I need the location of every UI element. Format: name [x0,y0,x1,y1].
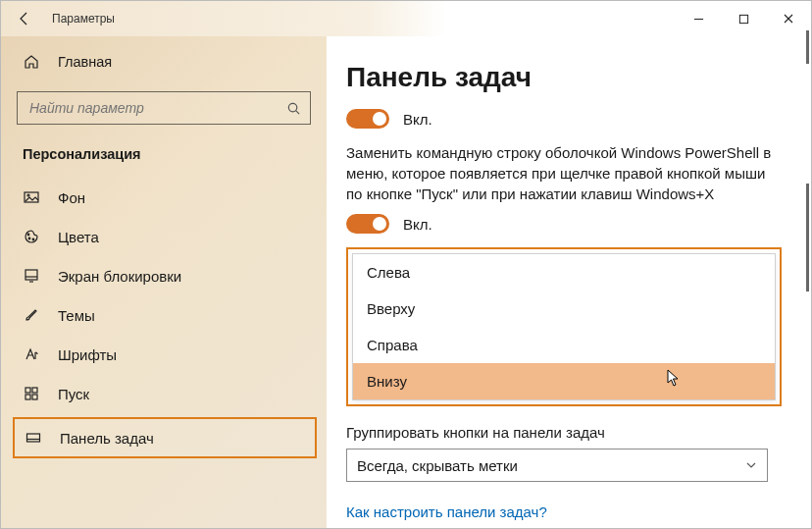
sidebar-item-colors[interactable]: Цвета [1,217,327,256]
home-icon [23,53,40,71]
sidebar-section-title: Персонализация [1,134,327,170]
font-icon [23,345,40,363]
dropdown-option-top[interactable]: Вверху [353,291,775,327]
picture-icon [23,188,40,206]
sidebar-item-start[interactable]: Пуск [1,374,327,413]
search-input-wrapper[interactable] [17,91,311,125]
search-icon [284,101,302,116]
powershell-description: Заменить командную строку оболочкой Wind… [346,142,778,204]
page-title: Панель задач [346,62,782,93]
svg-point-10 [32,238,34,240]
svg-line-5 [295,110,298,113]
toggle-1-label: Вкл. [403,111,432,128]
titlebar: Параметры [1,1,811,36]
sidebar-item-background[interactable]: Фон [1,178,327,217]
svg-rect-15 [32,388,37,393]
taskbar-position-dropdown[interactable]: Слева Вверху Справа Внизу [352,253,776,400]
taskbar-position-dropdown-highlight: Слева Вверху Справа Внизу [346,247,782,406]
group-buttons-label: Группировать кнопки на панели задач [346,424,782,441]
sidebar-home[interactable]: Главная [1,42,327,81]
svg-rect-14 [25,388,30,393]
close-button[interactable] [766,1,811,36]
group-buttons-value: Всегда, скрывать метки [357,457,518,474]
window-title: Параметры [48,12,115,26]
search-input[interactable] [27,99,284,117]
help-link[interactable]: Как настроить панели задач? [346,503,782,520]
lockscreen-icon [23,267,40,285]
brush-icon [23,306,40,324]
sidebar-item-fonts[interactable]: Шрифты [1,335,327,374]
maximize-button[interactable] [721,1,766,36]
toggle-2[interactable] [346,214,389,234]
svg-rect-17 [32,395,37,399]
taskbar-icon [25,429,42,447]
svg-point-7 [27,194,29,196]
dropdown-option-right[interactable]: Справа [353,327,775,363]
sidebar-item-themes[interactable]: Темы [1,295,327,335]
scrollbar-main[interactable] [806,184,809,291]
sidebar: Главная Персонализация Фон [1,36,327,528]
sidebar-item-label: Экран блокировки [58,268,181,285]
sidebar-item-lockscreen[interactable]: Экран блокировки [1,256,327,295]
dropdown-option-bottom-label: Внизу [367,373,407,390]
toggle-2-label: Вкл. [403,216,432,233]
svg-rect-1 [739,15,747,23]
minimize-button[interactable] [676,1,721,36]
group-buttons-combobox[interactable]: Всегда, скрывать метки [346,449,768,482]
back-button[interactable] [1,1,48,36]
dropdown-option-left[interactable]: Слева [353,254,775,291]
svg-rect-16 [25,395,30,399]
sidebar-item-label: Цвета [58,229,99,245]
start-icon [23,385,40,402]
sidebar-home-label: Главная [58,54,112,70]
toggle-1[interactable] [346,109,389,129]
svg-point-9 [28,238,30,239]
svg-point-4 [288,103,296,111]
svg-rect-18 [27,434,40,442]
palette-icon [23,228,40,245]
sidebar-item-label: Фон [58,189,85,206]
sidebar-item-label: Шрифты [58,346,117,363]
svg-point-8 [27,234,29,236]
mouse-cursor-icon [667,369,681,390]
sidebar-item-label: Пуск [58,386,89,402]
sidebar-item-label: Панель задач [60,430,154,447]
main-content: Панель задач Вкл. Заменить командную стр… [327,36,811,528]
sidebar-item-taskbar[interactable]: Панель задач [13,417,317,458]
svg-rect-11 [25,270,37,280]
dropdown-option-bottom[interactable]: Внизу [353,363,775,399]
sidebar-item-label: Темы [58,307,95,324]
chevron-down-icon [745,459,757,471]
